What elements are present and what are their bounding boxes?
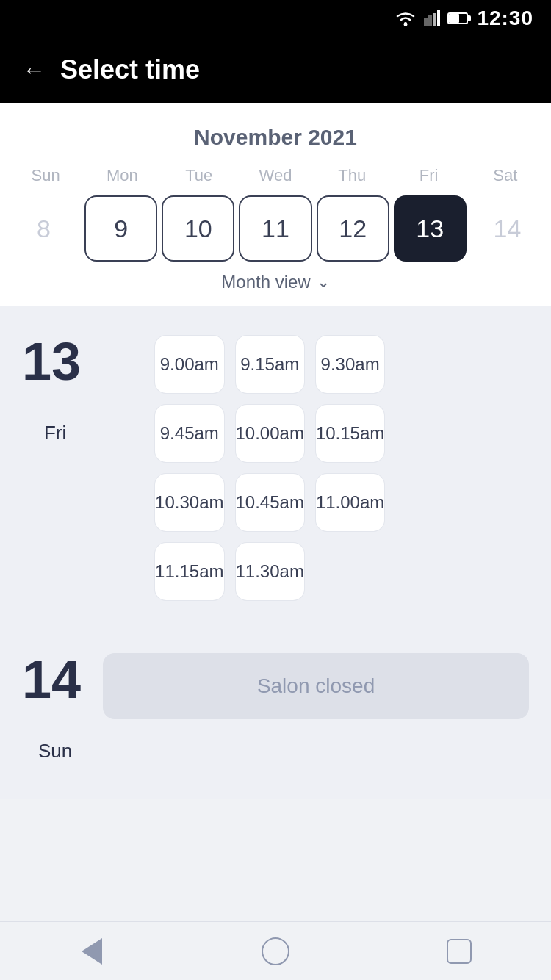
time-slot-1130[interactable]: 11.30am (235, 542, 305, 601)
svg-rect-1 (424, 18, 428, 26)
weekday-tue: Tue (161, 162, 237, 190)
month-year-label: November 2021 (0, 118, 551, 162)
status-bar: 12:30 (0, 0, 551, 37)
day-name-13: Fri (44, 422, 66, 444)
nav-home-button[interactable] (259, 935, 292, 968)
day-header-13: 13 Fri 9.00am 9.15am 9.30am 9.45am 10.00… (22, 335, 529, 601)
date-13[interactable]: 13 (394, 195, 467, 262)
time-slot-1000[interactable]: 10.00am (235, 404, 305, 463)
weekday-sun: Sun (7, 162, 84, 190)
date-14[interactable]: 14 (471, 195, 544, 262)
time-slot-915[interactable]: 9.15am (235, 335, 305, 394)
day-block-13: 13 Fri 9.00am 9.15am 9.30am 9.45am 10.00… (0, 320, 551, 638)
svg-rect-3 (433, 13, 436, 26)
month-view-toggle[interactable]: Month view ⌄ (0, 262, 551, 306)
time-slot-1015[interactable]: 10.15am (315, 404, 385, 463)
signal-icon (424, 10, 440, 26)
time-slot-1045[interactable]: 10.45am (235, 473, 305, 532)
dates-row: 8 9 10 11 12 13 14 (0, 195, 551, 262)
nav-back-button[interactable] (76, 935, 108, 968)
time-slots-grid-13: 9.00am 9.15am 9.30am 9.45am 10.00am 10.1… (154, 335, 385, 601)
calendar-section: November 2021 Sun Mon Tue Wed Thu Fri Sa… (0, 103, 551, 306)
schedule-section: 13 Fri 9.00am 9.15am 9.30am 9.45am 10.00… (0, 306, 551, 799)
time-slot-945[interactable]: 9.45am (154, 404, 224, 463)
svg-rect-4 (437, 10, 440, 26)
nav-recents-button[interactable] (443, 935, 475, 968)
weekdays-row: Sun Mon Tue Wed Thu Fri Sat (0, 162, 551, 190)
time-slot-900[interactable]: 9.00am (154, 335, 224, 394)
weekday-wed: Wed (237, 162, 314, 190)
page-title: Select time (60, 54, 200, 85)
app-header: ← Select time (0, 37, 551, 103)
svg-rect-2 (428, 15, 432, 26)
time-slot-1100[interactable]: 11.00am (315, 473, 385, 532)
weekday-thu: Thu (314, 162, 390, 190)
date-11[interactable]: 11 (239, 195, 311, 262)
day-number-13: 13 (22, 335, 81, 388)
status-time: 12:30 (477, 7, 533, 30)
date-10[interactable]: 10 (162, 195, 234, 262)
day-block-14: 14 Sun Salon closed (0, 638, 551, 785)
date-9[interactable]: 9 (84, 195, 157, 262)
weekday-mon: Mon (84, 162, 160, 190)
nav-bar (0, 921, 551, 980)
day-number-14: 14 (22, 653, 81, 706)
date-8[interactable]: 8 (7, 195, 80, 262)
chevron-down-icon: ⌄ (317, 273, 330, 292)
wifi-icon (395, 10, 417, 26)
time-slot-1030[interactable]: 10.30am (154, 473, 224, 532)
battery-icon (447, 12, 468, 24)
weekday-fri: Fri (390, 162, 467, 190)
back-button[interactable]: ← (22, 58, 46, 82)
month-view-label: Month view (221, 272, 310, 292)
time-slot-1115[interactable]: 11.15am (154, 542, 224, 601)
svg-point-0 (404, 23, 408, 26)
status-icons (395, 10, 468, 26)
day-name-14: Sun (38, 740, 72, 763)
time-slot-930[interactable]: 9.30am (315, 335, 385, 394)
weekday-sat: Sat (467, 162, 544, 190)
date-12[interactable]: 12 (317, 195, 389, 262)
salon-closed-label: Salon closed (103, 653, 529, 719)
